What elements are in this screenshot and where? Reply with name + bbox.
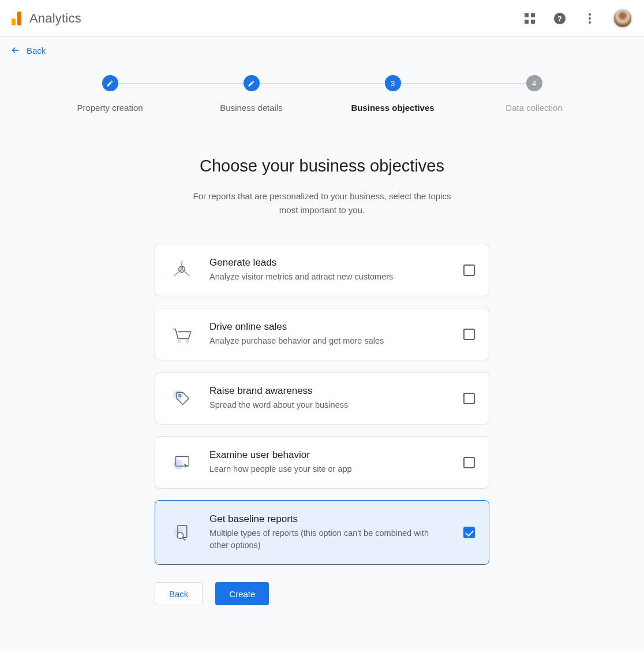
objective-card-sales[interactable]: Drive online sales Analyze purchase beha… — [155, 308, 489, 360]
step-label: Data collection — [506, 103, 562, 113]
step-badge — [102, 75, 118, 91]
step-business-objectives[interactable]: 3 Business objectives — [322, 75, 463, 113]
page-subtitle: For reports that are personalized to you… — [189, 189, 455, 217]
apps-icon[interactable] — [523, 12, 537, 25]
cursor-window-icon — [169, 450, 194, 475]
create-button[interactable]: Create — [215, 582, 269, 605]
objective-title: Drive online sales — [209, 321, 448, 333]
svg-text:?: ? — [557, 14, 562, 23]
objective-subtitle: Analyze purchase behavior and get more s… — [209, 335, 448, 347]
objective-card-brand[interactable]: Raise brand awareness Spread the word ab… — [155, 372, 489, 424]
objective-title: Raise brand awareness — [209, 385, 448, 397]
svg-point-10 — [181, 267, 183, 269]
svg-rect-3 — [531, 20, 535, 24]
objective-list: Generate leads Analyze visitor metrics a… — [155, 244, 489, 565]
objective-subtitle: Multiple types of reports (this option c… — [209, 527, 448, 552]
svg-line-12 — [175, 271, 179, 274]
svg-point-8 — [589, 21, 591, 24]
report-search-icon — [169, 520, 194, 545]
objective-checkbox[interactable] — [463, 329, 475, 340]
svg-point-7 — [589, 17, 591, 20]
objective-card-baseline[interactable]: Get baseline reports Multiple types of r… — [155, 500, 489, 565]
objective-title: Generate leads — [209, 257, 448, 269]
stepper: Property creation Business details 3 Bus… — [39, 75, 605, 113]
step-badge: 3 — [385, 75, 401, 91]
objective-subtitle: Analyze visitor metrics and attract new … — [209, 271, 448, 283]
objective-checkbox[interactable] — [463, 264, 475, 276]
step-badge: 4 — [526, 75, 542, 91]
svg-rect-1 — [531, 13, 535, 17]
svg-point-17 — [178, 340, 181, 343]
step-business-details[interactable]: Business details — [181, 75, 322, 113]
svg-point-18 — [186, 340, 189, 343]
svg-line-27 — [182, 538, 185, 541]
back-link[interactable]: Back — [0, 37, 644, 64]
back-button[interactable]: Back — [155, 582, 203, 605]
svg-point-14 — [181, 260, 183, 262]
cart-icon — [169, 322, 194, 347]
step-label: Business objectives — [351, 103, 434, 113]
svg-point-6 — [589, 13, 591, 16]
objective-title: Get baseline reports — [209, 513, 448, 525]
objective-card-leads[interactable]: Generate leads Analyze visitor metrics a… — [155, 244, 489, 296]
back-label: Back — [27, 46, 46, 55]
objective-subtitle: Spread the word about your business — [209, 399, 448, 411]
pencil-icon — [106, 80, 114, 87]
svg-point-26 — [177, 532, 184, 539]
objective-subtitle: Learn how people use your site or app — [209, 463, 448, 475]
page-title: Choose your business objectives — [0, 157, 644, 176]
svg-line-13 — [185, 271, 188, 274]
svg-point-15 — [174, 274, 176, 276]
arrow-left-icon — [10, 45, 21, 55]
objective-card-behavior[interactable]: Examine user behavior Learn how people u… — [155, 436, 489, 489]
step-badge — [244, 75, 260, 91]
pencil-icon — [248, 80, 255, 87]
step-label: Property creation — [77, 103, 143, 113]
account-avatar[interactable] — [613, 9, 632, 28]
svg-point-19 — [173, 327, 175, 330]
tag-icon — [169, 386, 194, 411]
svg-rect-2 — [525, 20, 529, 24]
svg-point-22 — [173, 459, 184, 470]
objective-checkbox[interactable] — [463, 527, 475, 538]
objective-checkbox[interactable] — [463, 457, 475, 468]
step-data-collection: 4 Data collection — [463, 75, 605, 113]
step-property-creation[interactable]: Property creation — [39, 75, 181, 113]
app-bar: Analytics ? — [0, 0, 644, 37]
svg-point-16 — [188, 274, 190, 276]
step-label: Business details — [220, 103, 282, 113]
analytics-logo-icon — [12, 12, 21, 25]
help-icon[interactable]: ? — [553, 12, 567, 25]
leads-icon — [169, 258, 194, 283]
objective-checkbox[interactable] — [463, 393, 475, 404]
more-vert-icon[interactable] — [583, 12, 597, 25]
app-title: Analytics — [29, 11, 81, 26]
objective-title: Examine user behavior — [209, 449, 448, 461]
svg-rect-0 — [525, 13, 529, 17]
svg-point-20 — [173, 390, 184, 400]
